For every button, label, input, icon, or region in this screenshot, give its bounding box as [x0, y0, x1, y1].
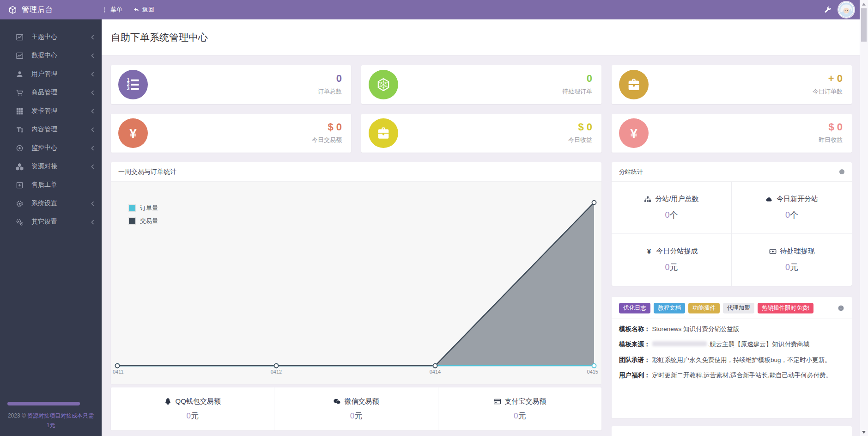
svg-text:0414: 0414	[430, 369, 441, 375]
stat-circle: ¥	[118, 118, 148, 148]
svg-text:¥: ¥	[647, 248, 651, 255]
promo-tag[interactable]: 优化日志	[619, 303, 650, 313]
scroll-down-arrow[interactable]	[860, 428, 868, 436]
back-button-label: 返回	[142, 6, 154, 14]
footer-link-2[interactable]: 1元	[47, 422, 55, 429]
yen-icon: ¥	[126, 126, 140, 141]
menu-button[interactable]: 菜单	[102, 6, 122, 14]
avatar[interactable]	[838, 2, 854, 18]
money-icon	[769, 248, 777, 255]
chart-line-icon	[16, 33, 24, 41]
chart-line-icon	[16, 52, 24, 60]
sidebar-item-4[interactable]: 发卡管理	[0, 102, 102, 120]
stat-circle	[369, 70, 398, 99]
legend-swatch	[129, 205, 135, 211]
topbar: 管理后台 菜单 返回	[0, 0, 868, 19]
stat-value: $ 0	[312, 122, 342, 132]
legend-swatch	[129, 218, 135, 224]
sidebar-item-label: 内容管理	[31, 125, 57, 134]
sidebar-item-2[interactable]: 用户管理	[0, 65, 102, 83]
payment-label: 微信交易额	[344, 397, 379, 406]
sidebar-item-8[interactable]: 售后工单	[0, 176, 102, 194]
gear-icon	[16, 200, 24, 208]
sidebar-item-label: 发卡管理	[31, 107, 57, 115]
wrench-icon[interactable]	[824, 6, 832, 14]
chevron-left-icon	[90, 219, 96, 225]
sidebar-item-label: 资源对接	[31, 162, 57, 171]
payment-value: 0元	[186, 411, 198, 421]
chart-panel-header: 一周交易与订单统计	[111, 162, 601, 182]
sidebar-item-9[interactable]: 系统设置	[0, 194, 102, 213]
template-info-line: 团队承诺：彩虹系统用户永久免费使用，持续维护模板bug，不定时小更新。	[619, 355, 844, 365]
stat-value: $ 0	[568, 122, 592, 132]
stat-label: 昨日收益	[819, 136, 843, 144]
stat-label: 今日订单数	[813, 87, 843, 96]
sidebar-item-10[interactable]: 其它设置	[0, 213, 102, 231]
stat-card: + 0今日订单数	[612, 65, 852, 104]
template-info-label: 团队承诺：	[619, 356, 650, 363]
sidebar-item-0[interactable]: 主题中心	[0, 28, 102, 46]
substation-stat-label: 今日分站提成	[656, 247, 698, 256]
briefcase-icon	[376, 126, 391, 141]
chevron-left-icon	[90, 145, 96, 151]
cart-icon	[16, 89, 24, 97]
stat-cards: 1230订单总数0待处理订单+ 0今日订单数¥$ 0今日交易额$ 0今日收益¥$…	[111, 65, 852, 153]
promo-tag[interactable]: 热销插件限时免费!	[758, 303, 813, 313]
scrollbar[interactable]	[860, 0, 868, 436]
template-info-line: 模板名称：Storenews 知识付费分销公益版	[619, 324, 844, 334]
chevron-left-icon	[90, 53, 96, 59]
promo-tags-row: 优化日志教程文档功能插件代理加盟热销插件限时免费!	[612, 297, 852, 319]
promo-tag[interactable]: 功能插件	[688, 303, 720, 313]
promo-tag[interactable]: 代理加盟	[723, 303, 754, 313]
template-info-text: 定时更新二开教程,运营素材,适合新手站长,能自己动手何必付费。	[652, 372, 832, 379]
stat-label: 待处理订单	[562, 87, 592, 96]
substation-stat-value: 0元	[785, 262, 798, 273]
sidebar: 主题中心数据中心用户管理商品管理发卡管理内容管理监控中心资源对接售后工单系统设置…	[0, 19, 102, 436]
sidebar-copyright: 2023 © 资源对接项目对接成本只需 1元	[0, 411, 102, 430]
payment-stat: 支付宝交易额0元	[438, 387, 601, 430]
copyright-text: 2023 ©	[8, 412, 26, 419]
stat-circle	[369, 118, 398, 148]
scroll-up-arrow[interactable]	[860, 0, 868, 8]
template-info-text: Storenews 知识付费分销公益版	[652, 325, 740, 332]
plus-square-icon	[16, 181, 24, 189]
scroll-thumb[interactable]	[861, 8, 867, 42]
sidebar-item-5[interactable]: 内容管理	[0, 120, 102, 139]
substation-stat-value: 0个	[785, 209, 798, 221]
gears-icon	[16, 218, 24, 226]
svg-text:¥: ¥	[630, 126, 637, 141]
svg-text:¥: ¥	[129, 126, 137, 141]
template-info-label: 模板名称：	[619, 325, 650, 332]
legend-item[interactable]: 订单量	[129, 204, 158, 212]
payment-stat: 微信交易额0元	[274, 387, 437, 430]
user-icon	[16, 70, 24, 78]
bottom-panel-partial	[612, 426, 852, 436]
stat-circle: ¥	[619, 118, 649, 148]
stat-card: 1230订单总数	[111, 65, 351, 104]
sidebar-item-label: 其它设置	[31, 218, 57, 226]
sitemap-icon	[644, 196, 651, 203]
sidebar-item-6[interactable]: 监控中心	[0, 139, 102, 157]
sidebar-item-1[interactable]: 数据中心	[0, 46, 102, 65]
payment-value: 0元	[514, 411, 526, 421]
back-button[interactable]: 返回	[134, 6, 154, 14]
substation-panel: 分站统计 分站/用户总数0个今日新开分站0个¥今日分站提成0元待处理提现0元	[612, 162, 852, 286]
menu-dots-icon	[102, 7, 108, 13]
info-icon	[838, 305, 844, 312]
legend-item[interactable]: 交易量	[129, 217, 158, 225]
payment-label: 支付宝交易额	[504, 397, 546, 406]
substation-stat-value: 0元	[665, 262, 678, 273]
page-title: 自助下单系统管理中心	[111, 31, 208, 44]
template-info: 模板名称：Storenews 知识付费分销公益版模板来源：.舰云主题【原速建云】…	[612, 319, 852, 381]
stat-value: 0	[562, 74, 592, 84]
sidebar-item-7[interactable]: 资源对接	[0, 157, 102, 176]
brand[interactable]: 管理后台	[0, 5, 102, 15]
substation-stat-label: 分站/用户总数	[655, 195, 698, 203]
chart-panel: 一周交易与订单统计 订单量交易量 0411041204140415	[111, 162, 601, 384]
footer-link[interactable]: 资源对接项目对接成本只需	[27, 412, 94, 419]
panel-collapse-dot[interactable]	[839, 169, 844, 174]
promo-tag[interactable]: 教程文档	[654, 303, 685, 313]
substation-stat-label: 待处理提现	[780, 247, 815, 256]
sidebar-item-3[interactable]: 商品管理	[0, 83, 102, 102]
grid-icon	[16, 107, 24, 115]
